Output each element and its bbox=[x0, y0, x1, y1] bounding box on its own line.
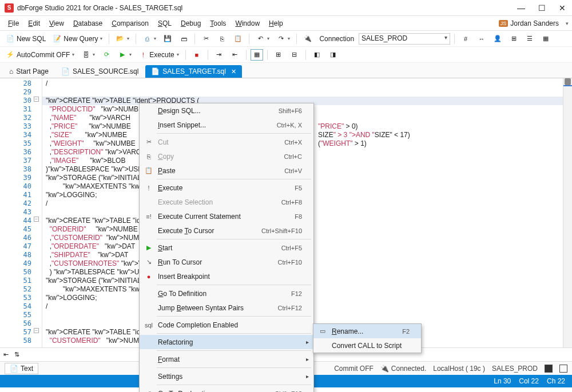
ctx-execute-current-statement[interactable]: ≡!Execute Current StatementF8 bbox=[140, 209, 313, 223]
copy-button[interactable]: ⎘ bbox=[215, 33, 229, 45]
menu-file[interactable]: File bbox=[3, 18, 23, 29]
paste-button[interactable]: 📋 bbox=[231, 33, 245, 45]
tool-c[interactable]: 👤 bbox=[491, 33, 505, 45]
tool-a[interactable]: # bbox=[459, 33, 472, 45]
ctx-paste[interactable]: 📋PasteCtrl+V bbox=[140, 163, 313, 178]
refresh-button[interactable]: ⟳ bbox=[100, 49, 113, 61]
autocommit-button[interactable]: ⚡AutoCommit OFF▾ bbox=[3, 49, 77, 61]
doctab-sales-source-sql[interactable]: 📄SALES_SOURCE.sql bbox=[55, 65, 144, 78]
grid-icon: ▦ bbox=[541, 34, 550, 43]
doctab-sales-target-sql[interactable]: 📄SALES_TARGET.sql✕ bbox=[145, 65, 241, 78]
maximize-button[interactable]: ☐ bbox=[537, 3, 547, 13]
layout-toggle-2[interactable] bbox=[559, 365, 567, 373]
menu-help[interactable]: Help bbox=[264, 18, 288, 29]
misc2-button[interactable]: ◨ bbox=[326, 49, 340, 61]
open-button[interactable]: 📂▾ bbox=[113, 33, 132, 45]
copy-icon: ⎘ bbox=[217, 34, 227, 43]
menu-window[interactable]: Window bbox=[231, 18, 264, 29]
user-name[interactable]: Jordan Sanders bbox=[510, 19, 559, 27]
grid1-button[interactable]: ⊞ bbox=[272, 49, 285, 61]
db-button[interactable]: 🗄▾ bbox=[79, 49, 97, 61]
step2-button[interactable]: ⇤ bbox=[228, 49, 242, 61]
play-icon: ▶ bbox=[118, 50, 127, 59]
misc2-icon: ◨ bbox=[328, 50, 337, 59]
redo-button[interactable]: ↷▾ bbox=[274, 33, 292, 45]
ctx-insert-breakpoint[interactable]: ●Insert Breakpoint bbox=[140, 269, 313, 283]
menubar: FileEditViewDatabaseComparisonSQLDebugTo… bbox=[0, 16, 572, 31]
ctx-go-to-declaration[interactable]: ↗Go To DeclarationShift+F12 bbox=[140, 386, 313, 392]
view-text-tab[interactable]: 📄Text bbox=[5, 363, 38, 374]
ctx-item-icon: ↘ bbox=[142, 258, 156, 266]
menu-view[interactable]: View bbox=[45, 18, 69, 29]
ctx-design-sql-[interactable]: Design SQL...Shift+F6 bbox=[140, 103, 313, 118]
menu-tools[interactable]: Tools bbox=[205, 18, 231, 29]
doctab-start-page[interactable]: ⌂Start Page bbox=[3, 65, 54, 78]
menu-comparison[interactable]: Comparison bbox=[107, 18, 153, 29]
disk-icon: 💾 bbox=[163, 34, 172, 43]
minimize-button[interactable]: — bbox=[516, 3, 526, 13]
cut-button[interactable]: ✂ bbox=[199, 33, 213, 45]
step-button[interactable]: ⇥ bbox=[212, 49, 226, 61]
ctx-execute-to-cursor[interactable]: Execute To CursorCtrl+Shift+F10 bbox=[140, 223, 313, 238]
stop-button[interactable]: ■ bbox=[190, 49, 204, 61]
misc1-button[interactable]: ◧ bbox=[310, 49, 324, 61]
sql-file-icon: 📄 bbox=[61, 67, 70, 75]
refactoring-submenu[interactable]: ▭Rename...F2Convert CALL to Script bbox=[313, 323, 422, 353]
ctx-run-to-cursor[interactable]: ↘Run To CursorCtrl+F10 bbox=[140, 255, 313, 269]
line-gutter: 282930−3132333435363738394041424344−4546… bbox=[0, 78, 42, 347]
ctx-start[interactable]: ▶StartCtrl+F5 bbox=[140, 241, 313, 255]
close-tab-icon[interactable]: ✕ bbox=[231, 68, 236, 75]
save-button[interactable]: 💾 bbox=[161, 33, 174, 45]
tool-b[interactable]: ↔ bbox=[475, 33, 488, 45]
nav-left-icon[interactable]: ⇤ bbox=[3, 351, 9, 358]
menu-database[interactable]: Database bbox=[69, 18, 107, 29]
undo-button[interactable]: ↶▾ bbox=[253, 33, 272, 45]
menu-debug[interactable]: Debug bbox=[176, 18, 205, 29]
ctx-execute[interactable]: !ExecuteF5 bbox=[140, 181, 313, 195]
context-menu[interactable]: Design SQL...Shift+F6Insert Snippet...Ct… bbox=[139, 103, 314, 392]
document-tabs: ⌂Start Page📄SALES_SOURCE.sql📄SALES_TARGE… bbox=[0, 63, 572, 78]
new-query-button[interactable]: 📝New Query▾ bbox=[50, 33, 105, 45]
tool-e[interactable]: ☰ bbox=[523, 33, 537, 45]
execute-label[interactable]: !Execute▾ bbox=[136, 49, 181, 61]
folder-open-icon: 📂 bbox=[116, 34, 125, 43]
undo-icon: ↶ bbox=[256, 34, 265, 43]
menu-sql[interactable]: SQL bbox=[153, 18, 176, 29]
ctx-item-icon: 📋 bbox=[142, 167, 156, 174]
user-dropdown-icon[interactable]: ▾ bbox=[566, 21, 569, 26]
scroll-caret-marker bbox=[563, 85, 572, 86]
nav-updown-icon[interactable]: ⇅ bbox=[14, 351, 19, 358]
save-all-button[interactable]: 🗃 bbox=[177, 33, 190, 45]
layout-toggle-1[interactable] bbox=[545, 365, 553, 373]
connection-icon-button[interactable]: 🔌 bbox=[301, 33, 315, 45]
ctx-code-completion-enabled[interactable]: sqlCode Completion Enabled bbox=[140, 318, 313, 332]
connection-select[interactable]: SALES_PROD bbox=[359, 33, 450, 45]
ctx-convert-call-to-script[interactable]: Convert CALL to Script bbox=[313, 338, 421, 353]
save-dropdown[interactable]: ⎙▾ bbox=[140, 33, 158, 45]
ctx-format[interactable]: Format▸ bbox=[140, 352, 313, 366]
ctx-refactoring[interactable]: Refactoring▸ bbox=[140, 335, 313, 349]
execute-button[interactable]: ▶▾ bbox=[116, 49, 134, 61]
sql-file-icon: 📄 bbox=[151, 67, 160, 75]
toolbar-sql: ⚡AutoCommit OFF▾ 🗄▾ ⟳ ▶▾ !Execute▾ ■ ⇥ ⇤… bbox=[0, 47, 572, 63]
vertical-scrollbar[interactable] bbox=[563, 78, 572, 347]
save-icon: ⎙ bbox=[142, 34, 152, 43]
ctx-copy: ⎘CopyCtrl+C bbox=[140, 149, 313, 163]
ctx-settings[interactable]: Settings▸ bbox=[140, 369, 313, 383]
paste-icon: 📋 bbox=[233, 34, 243, 43]
status-connected: 🔌Connected. bbox=[380, 365, 426, 373]
ctx-go-to-definition[interactable]: Go To DefinitionF12 bbox=[140, 286, 313, 301]
tool-f[interactable]: ▦ bbox=[539, 33, 553, 45]
menu-edit[interactable]: Edit bbox=[23, 18, 45, 29]
ctx-jump-between-syntax-pairs[interactable]: Jump Between Syntax PairsCtrl+F12 bbox=[140, 301, 313, 315]
box-button[interactable]: ▦ bbox=[251, 49, 263, 61]
ctx-insert-snippet-[interactable]: Insert Snippet...Ctrl+K, X bbox=[140, 118, 313, 132]
close-button[interactable]: ✕ bbox=[557, 3, 567, 13]
grid2-button[interactable]: ⊟ bbox=[288, 49, 301, 61]
ctx-rename-[interactable]: ▭Rename...F2 bbox=[313, 324, 421, 338]
new-sql-button[interactable]: 📄New SQL bbox=[3, 33, 48, 45]
scroll-thumb[interactable] bbox=[565, 78, 571, 85]
ctx-cut: ✂CutCtrl+X bbox=[140, 135, 313, 149]
tool-d[interactable]: ⊞ bbox=[507, 33, 521, 45]
status-autocommit: Commit OFF bbox=[334, 365, 374, 373]
